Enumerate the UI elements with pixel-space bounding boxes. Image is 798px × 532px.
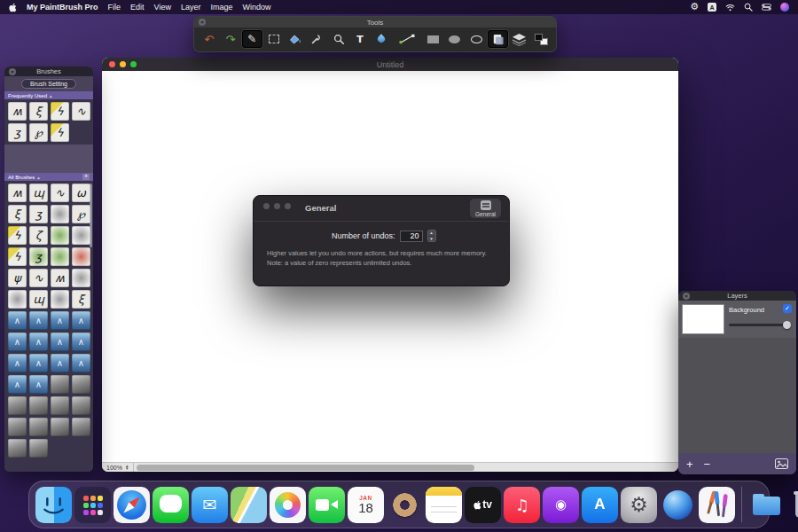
undo-tool[interactable]: ↶ [199,30,219,48]
close-icon[interactable] [9,68,16,75]
add-brush-button[interactable]: + [82,174,90,180]
brush-thumbnail[interactable] [72,418,90,436]
brush-thumbnail[interactable]: ∧ [72,332,90,351]
export-image-button[interactable] [775,458,788,469]
downloads-folder-icon[interactable] [748,487,785,523]
brush-thumbnail[interactable] [8,418,27,436]
brush-thumbnail[interactable]: ʒ [29,205,48,223]
brush-thumbnail[interactable] [29,439,48,458]
brush-thumbnail[interactable]: ℘ [29,123,48,142]
menu-item[interactable]: Edit [130,3,145,12]
redo-tool[interactable]: ↷ [220,30,240,48]
photos-icon[interactable] [270,487,306,523]
zoom-window-button[interactable] [130,61,137,67]
brush-thumbnail[interactable]: ∧ [72,311,90,330]
brush-thumbnail[interactable] [51,396,69,415]
general-toolbar-item[interactable]: General [470,199,501,218]
brush-thumbnail[interactable] [8,439,27,458]
brush-thumbnail[interactable]: ∧ [8,354,27,372]
podcasts-icon[interactable]: ◉ [543,487,579,523]
menu-item[interactable]: Window [242,3,270,12]
brush-thumbnail[interactable]: ʍ [51,269,69,287]
app-store-icon[interactable]: A [582,487,618,523]
brush-thumbnail[interactable] [51,247,69,266]
brush-thumbnail[interactable] [29,396,48,415]
brush-thumbnail[interactable] [72,396,90,415]
brush-thumbnail[interactable]: ϟ [8,247,27,266]
brush-thumbnail[interactable]: ʒ [29,247,48,266]
finder-icon[interactable] [35,487,72,523]
brush-thumbnail[interactable]: ξ [72,290,90,309]
active-app-name[interactable]: My PaintBrush Pro [27,3,98,12]
all-brushes-section-header[interactable]: All Brushes ▴ + [4,173,93,181]
brush-thumbnail[interactable]: ∧ [72,354,90,372]
horizontal-scrollbar[interactable] [134,463,678,472]
water-drop-tool[interactable] [372,30,392,48]
canvas-window-titlebar[interactable]: Untitled [102,58,678,71]
brush-thumbnail[interactable] [72,247,90,266]
siri-icon[interactable] [780,3,789,12]
control-center-icon[interactable] [762,4,771,11]
brush-thumbnail[interactable]: ∧ [51,332,69,351]
menu-item[interactable]: File [108,3,121,12]
music-icon[interactable]: ♫ [504,487,540,523]
brush-thumbnail[interactable]: ψ [8,269,27,287]
zoom-stepper[interactable]: ▲▼ [125,465,129,471]
fill-tool[interactable] [285,30,305,48]
brush-thumbnail[interactable]: ∧ [51,311,69,330]
close-window-button[interactable] [263,203,270,209]
zoom-window-button[interactable] [285,203,291,209]
blue-globe-app-icon[interactable] [660,487,696,523]
rectangle-tool[interactable] [423,30,443,48]
brush-thumbnail[interactable]: ∿ [51,184,69,202]
brush-thumbnail[interactable] [29,418,48,436]
messages-icon[interactable] [153,487,189,523]
brush-thumbnail[interactable]: ∧ [8,375,27,394]
layered-document-tool[interactable] [488,30,508,48]
brush-thumbnail[interactable] [72,269,90,287]
filled-ellipse-tool[interactable] [444,30,465,48]
brush-thumbnail[interactable]: ϟ [51,102,69,121]
my-paintbrush-pro-icon[interactable] [699,487,735,523]
calendar-icon[interactable]: JAN 18 [348,487,384,523]
brush-thumbnail[interactable]: ∧ [8,332,27,351]
brush-thumbnail[interactable]: ϟ [51,123,69,142]
apple-menu-icon[interactable] [9,3,17,12]
layer-opacity-slider[interactable] [729,324,791,326]
brush-thumbnail[interactable] [8,290,27,309]
frequently-used-section-header[interactable]: Frequently Used ▴ [4,91,93,99]
menu-item[interactable]: Layer [181,3,201,12]
brush-thumbnail[interactable]: ∧ [29,375,48,394]
brush-thumbnail[interactable]: ξ [29,102,48,121]
maps-icon[interactable] [231,487,267,523]
brush-thumbnail[interactable] [51,290,69,309]
brush-thumbnail[interactable]: ʍ [8,184,27,202]
brush-thumbnail[interactable] [51,375,69,394]
brush-thumbnail[interactable]: ω [72,184,90,202]
layers-tool[interactable] [509,30,529,48]
brush-thumbnail[interactable]: ∧ [8,311,27,330]
scrollbar-thumb[interactable] [137,465,473,471]
brush-thumbnail[interactable]: ∧ [29,332,48,351]
brush-thumbnail[interactable] [8,396,27,415]
add-layer-button[interactable]: + [686,458,693,470]
brush-thumbnail[interactable] [51,205,69,223]
brush-thumbnail[interactable]: ζ [29,226,48,245]
brush-thumbnail[interactable]: ϟ [8,226,27,245]
system-settings-icon[interactable]: ⚙ [621,487,657,523]
brush-thumbnail[interactable]: ɰ [29,290,48,309]
notes-icon[interactable] [426,487,462,523]
stepper-down-button[interactable]: ▼ [428,236,435,242]
input-source-icon[interactable]: A [708,3,716,12]
zoom-tool[interactable] [328,30,348,48]
slider-knob[interactable] [783,321,791,329]
brush-thumbnail[interactable]: ℘ [72,205,90,223]
brush-thumbnail[interactable] [72,226,90,245]
minimize-window-button[interactable] [120,61,126,67]
brush-thumbnail[interactable] [72,375,90,394]
wifi-icon[interactable] [725,4,735,12]
menu-item[interactable]: Image [210,3,232,12]
layer-visibility-checkbox[interactable] [783,304,792,313]
ellipse-tool[interactable] [466,30,487,48]
brush-thumbnail[interactable]: ʍ [8,102,27,121]
